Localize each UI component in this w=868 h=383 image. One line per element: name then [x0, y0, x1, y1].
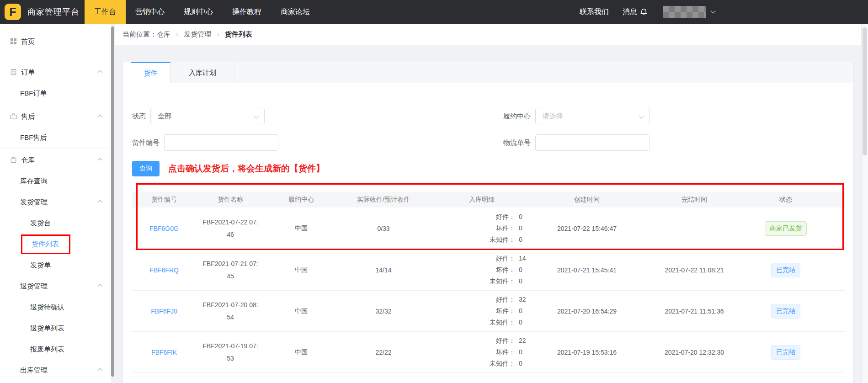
received-cell: 14/14 [338, 250, 429, 290]
sidebar-item-warehouse[interactable]: 仓库 [0, 149, 111, 170]
shipment-code-link[interactable]: FBF6FJ0 [151, 308, 177, 315]
order-clipboard-icon [10, 69, 17, 76]
sidebar-item-label: 退货待确认 [30, 303, 64, 312]
shipment-code-link[interactable]: FBF6FIK [151, 349, 177, 356]
top-nav-rules[interactable]: 规则中心 [174, 0, 223, 24]
shipment-name: FBF2021-07-20 08:54 [202, 299, 259, 324]
chevron-up-icon[interactable] [97, 114, 103, 118]
shipment-name: FBF2021-07-21 07:45 [202, 258, 259, 282]
status-badge: 已完结 [771, 304, 800, 319]
chevron-up-icon[interactable] [97, 157, 103, 161]
sidebar-item-return-list[interactable]: 退货单列表 [0, 318, 111, 339]
sidebar-item-label: 退货管理 [20, 282, 48, 291]
inbound-detail: 好件：0 坏件：0 未知件：0 [484, 211, 534, 245]
chevron-up-icon[interactable] [97, 283, 103, 287]
top-nav-marketing[interactable]: 营销中心 [126, 0, 174, 24]
finished-time-cell: 2021-07-20 12:32:30 [639, 332, 749, 372]
breadcrumb-warehouse[interactable]: 仓库 [157, 30, 170, 39]
sidebar-item-orders[interactable]: 订单 [0, 62, 111, 83]
tab-shipments[interactable]: 货件 [131, 62, 170, 83]
status-select[interactable]: 全部 [150, 108, 265, 124]
detail-line: 未知件：0 [484, 234, 534, 245]
status-label: 状态 [132, 112, 146, 121]
sidebar-item-scrap-list[interactable]: 报废单列表 [0, 339, 111, 360]
filter-group-tracking: 物流单号 [503, 134, 650, 151]
tab-strip: 货件 入库计划 [123, 62, 853, 83]
sidebar-item-return-pending[interactable]: 退货待确认 [0, 297, 111, 318]
user-menu-chevron-icon[interactable] [710, 8, 715, 13]
bell-icon[interactable] [640, 8, 648, 16]
status-badge: 已完结 [771, 345, 800, 360]
inbound-detail: 好件：32 坏件：0 未知件：0 [484, 294, 534, 328]
detail-line: 坏件：0 [484, 346, 534, 358]
sidebar-item-shipping-desk[interactable]: 发货台 [0, 213, 111, 234]
sidebar-item-label: 订单 [21, 68, 35, 77]
inbound-detail: 好件：22 坏件：0 未知件：0 [484, 335, 534, 369]
sidebar-item-label: 首页 [21, 37, 35, 46]
chevron-down-icon [639, 113, 644, 118]
col-finished-time: 完结时间 [639, 192, 749, 207]
chevron-up-icon[interactable] [97, 199, 103, 203]
sidebar-item-outbound-mgmt[interactable]: 出库管理 [0, 360, 111, 381]
sidebar-item-fbf-orders[interactable]: FBF订单 [0, 83, 111, 104]
sidebar-item-shipping-orders[interactable]: 发货单 [0, 255, 111, 276]
col-shipment-name: 货件名称 [196, 192, 265, 207]
app-title: 商家管理平台 [27, 6, 80, 17]
table-row: FBF6G0G FBF2021-07-22 07:46 中国 0/33 好件：0… [132, 207, 845, 250]
status-badge: 商家已发货 [765, 221, 807, 236]
page-scrollbar[interactable] [861, 24, 868, 383]
sidebar-item-aftersale[interactable]: 售后 [0, 106, 111, 127]
finished-time-cell: 2021-07-22 11:08:21 [639, 250, 749, 290]
table-row: FBF6FIK FBF2021-07-19 07:53 中国 22/22 好件：… [132, 332, 845, 373]
briefcase-icon [10, 113, 17, 120]
page-scrollbar-thumb[interactable] [863, 27, 867, 155]
content-card: 货件 入库计划 状态 全部 履约中心 请选择 [122, 62, 854, 383]
fulfillment-center-select[interactable]: 请选择 [535, 108, 650, 124]
sidebar-divider [0, 105, 111, 105]
tracking-no-input[interactable] [535, 134, 650, 151]
col-received: 实际收件/预计收件 [338, 192, 429, 207]
fulfillment-center-cell: 中国 [265, 250, 338, 290]
fulfillment-center-cell: 中国 [265, 291, 338, 331]
top-nav-forum[interactable]: 商家论坛 [271, 0, 320, 24]
app-logo[interactable]: F [5, 4, 21, 20]
shipment-no-input[interactable] [164, 134, 278, 151]
sidebar-item-fbf-aftersale[interactable]: FBF售后 [0, 127, 111, 148]
sidebar-divider [0, 149, 111, 149]
messages-link[interactable]: 消息 [623, 7, 648, 17]
top-nav-tutorial[interactable]: 操作教程 [223, 0, 271, 24]
sidebar-item-inventory-query[interactable]: 库存查询 [0, 170, 111, 192]
chevron-up-icon[interactable] [97, 69, 103, 74]
contact-us-link[interactable]: 联系我们 [580, 7, 609, 17]
sidebar-item-shipment-list[interactable]: 货件列表 [0, 234, 111, 255]
finished-time-cell: 2021-07-21 11:51:36 [639, 291, 749, 331]
detail-line: 好件：0 [484, 211, 534, 223]
sidebar-item-shipping-mgmt[interactable]: 发货管理 [0, 192, 111, 213]
sidebar-item-return-mgmt[interactable]: 退货管理 [0, 276, 111, 297]
sidebar-scrollbar[interactable] [111, 27, 114, 377]
messages-label: 消息 [623, 7, 637, 17]
created-time-cell: 2021-07-19 15:53:16 [534, 332, 639, 372]
tab-strip-filler [235, 62, 853, 83]
detail-line: 未知件：0 [484, 358, 534, 369]
created-time-cell: 2021-07-20 16:54:29 [534, 291, 639, 331]
search-button[interactable]: 查询 [132, 161, 160, 176]
sidebar-item-home[interactable]: 首页 [0, 31, 111, 52]
breadcrumb-shipping-mgmt[interactable]: 发货管理 [184, 30, 211, 39]
user-account-redacted[interactable] [663, 6, 706, 18]
shipment-code-link[interactable]: FBF6G0G [149, 225, 179, 232]
detail-line: 好件：32 [484, 294, 534, 305]
sidebar-item-label: 发货单 [30, 261, 51, 270]
tab-inbound-plan[interactable]: 入库计划 [170, 62, 235, 83]
received-cell: 22/22 [338, 332, 429, 372]
fulfillment-center-cell: 中国 [265, 207, 338, 249]
breadcrumb: 当前位置： 仓库 › 发货管理 › 货件列表 [115, 24, 868, 45]
shipment-code-link[interactable]: FBF6FRQ [149, 266, 179, 274]
chevron-up-icon[interactable] [97, 367, 103, 372]
finished-time-cell [639, 373, 749, 383]
filter-panel: 状态 全部 履约中心 请选择 货件编号 物流单号 [123, 83, 853, 176]
top-nav: 工作台 营销中心 规则中心 操作教程 商家论坛 [85, 0, 320, 24]
top-nav-workbench[interactable]: 工作台 [85, 0, 126, 24]
col-fulfillment-center: 履约中心 [265, 192, 338, 207]
sidebar-item-label: FBF售后 [20, 133, 47, 142]
